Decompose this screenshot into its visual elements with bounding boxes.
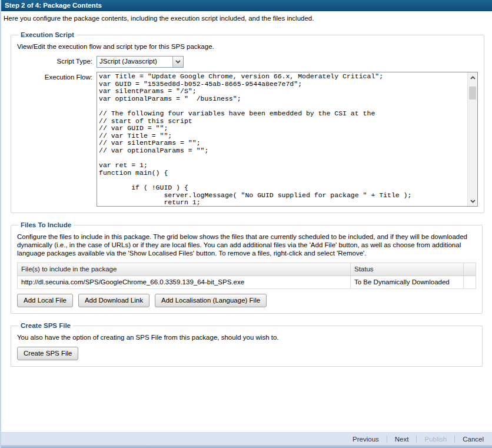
- files-to-include-section: Files To Include Configure the files to …: [11, 221, 483, 314]
- files-grid: File(s) to include in the package Status…: [17, 263, 476, 289]
- scroll-up-button[interactable]: [468, 72, 477, 82]
- files-grid-header: File(s) to include in the package Status: [18, 263, 476, 276]
- column-header-spacer: [464, 263, 476, 276]
- column-header-status[interactable]: Status: [351, 263, 464, 276]
- cancel-button[interactable]: Cancel: [461, 436, 485, 443]
- script-type-label: Script Type:: [17, 56, 92, 65]
- chevron-up-icon: [470, 76, 476, 79]
- step-title-bar: Step 2 of 4: Package Contents: [1, 0, 492, 11]
- execution-script-section: Execution Script View/Edit the execution…: [11, 31, 484, 213]
- execution-script-description: View/Edit the execution flow and script …: [17, 42, 478, 51]
- create-sps-description: You also have the option of creating an …: [17, 333, 476, 341]
- files-to-include-description: Configure the files to include in this p…: [17, 233, 476, 257]
- file-status-cell: To Be Dynamically Downloaded: [351, 276, 464, 288]
- chevron-down-icon: [470, 200, 476, 203]
- footer-separator: [387, 436, 387, 443]
- create-sps-file-button[interactable]: Create SPS File: [17, 347, 78, 360]
- row-spacer: [464, 276, 476, 288]
- add-download-link-button[interactable]: Add Download Link: [78, 294, 149, 307]
- create-sps-section: Create SPS File You also have the option…: [11, 322, 483, 367]
- execution-flow-label: Execution Flow:: [17, 72, 92, 81]
- column-header-file[interactable]: File(s) to include in the package: [18, 263, 351, 276]
- add-localisation-file-button[interactable]: Add Localisation (Language) File: [155, 294, 267, 307]
- footer-button-bar: Previous Next Publish Cancel: [1, 432, 492, 445]
- footer-bottom-strip: [1, 445, 492, 448]
- table-row[interactable]: http://dl.secunia.com/SPS/GoogleChrome_6…: [18, 276, 476, 289]
- wizard-step-page: Step 2 of 4: Package Contents Here you c…: [0, 0, 492, 448]
- execution-flow-textarea[interactable]: var Title = "Update Google Chrome, versi…: [97, 72, 478, 207]
- execution-script-legend: Execution Script: [18, 31, 77, 38]
- script-type-dropdown-button[interactable]: [172, 57, 183, 67]
- add-local-file-button[interactable]: Add Local File: [17, 294, 73, 307]
- next-button[interactable]: Next: [394, 436, 410, 443]
- wizard-footer: Previous Next Publish Cancel: [1, 432, 492, 448]
- footer-separator: [454, 436, 455, 443]
- footer-separator: [416, 436, 417, 443]
- script-type-select[interactable]: JScript (Javascript): [97, 56, 184, 68]
- publish-button: Publish: [423, 436, 448, 443]
- intro-text: Here you configure the package contents,…: [1, 11, 492, 23]
- page-title: Step 2 of 4: Package Contents: [5, 2, 102, 9]
- script-type-value: JScript (Javascript): [97, 57, 172, 67]
- execution-flow-code[interactable]: var Title = "Update Google Chrome, versi…: [97, 72, 467, 206]
- scrollbar-thumb[interactable]: [469, 87, 476, 99]
- code-scrollbar[interactable]: [467, 72, 477, 206]
- create-sps-legend: Create SPS File: [18, 322, 73, 329]
- files-to-include-legend: Files To Include: [18, 221, 74, 228]
- scroll-down-button[interactable]: [468, 196, 477, 206]
- chevron-down-icon: [175, 60, 181, 64]
- file-url-cell: http://dl.secunia.com/SPS/GoogleChrome_6…: [18, 276, 351, 288]
- previous-button[interactable]: Previous: [351, 436, 380, 443]
